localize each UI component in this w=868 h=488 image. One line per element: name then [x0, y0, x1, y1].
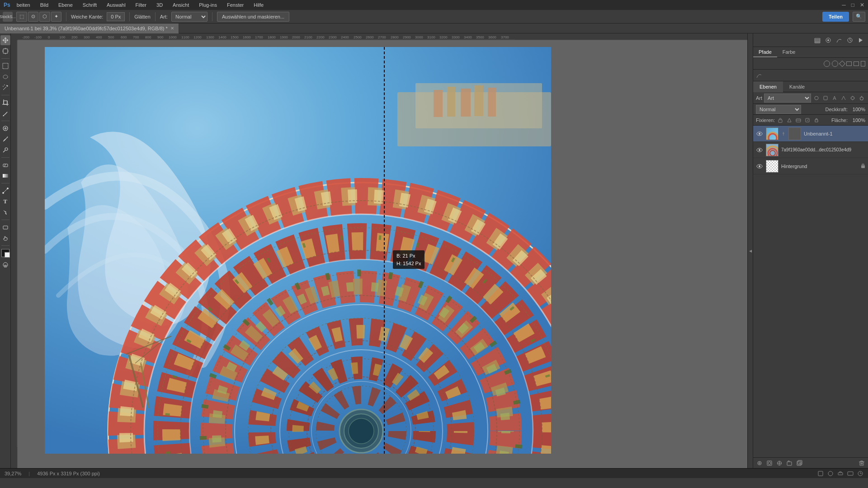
status-icons-right	[817, 470, 863, 477]
shape-tool[interactable]	[0, 222, 10, 232]
ellipse-select-btn[interactable]: ⊙	[28, 12, 38, 22]
filter-toggle3[interactable]: A	[831, 94, 838, 102]
tab-kanaele[interactable]: Kanäle	[783, 81, 811, 92]
search-btn[interactable]: 🔍	[853, 12, 865, 22]
layer3-visibility[interactable]	[756, 163, 763, 170]
layer2-thumbnail	[766, 144, 778, 156]
menu-schrift[interactable]: Schrift	[79, 1, 100, 9]
move-tool[interactable]	[0, 35, 10, 45]
layer-mode-select[interactable]: Normal Multiplizieren Bildschirm Überlag…	[756, 105, 801, 114]
tab-pfade[interactable]: Pfade	[753, 47, 777, 57]
adjustment-btn[interactable]	[775, 459, 784, 467]
canvas-area[interactable]: -200 -100 0 100 200 300 400 500 600 700 …	[11, 33, 747, 468]
spot-heal-tool[interactable]	[0, 123, 10, 133]
canvas-wrapper[interactable]: B: 21 Px H: 1542 Px	[18, 40, 747, 468]
magic-wand-tool[interactable]	[0, 83, 10, 93]
lock-all-icon[interactable]	[813, 117, 820, 124]
background-color[interactable]	[5, 252, 10, 258]
lock-image-icon[interactable]	[795, 117, 802, 124]
filter-toggle1[interactable]	[813, 94, 820, 102]
panel-history-icon[interactable]	[845, 36, 854, 45]
layer2-visibility[interactable]	[756, 146, 763, 154]
foreground-color[interactable]	[1, 249, 9, 257]
window-minimize[interactable]: ─	[842, 2, 846, 8]
lock-artboard-icon[interactable]	[804, 117, 811, 124]
svg-rect-120	[815, 38, 820, 40]
brush-tool[interactable]	[0, 134, 10, 144]
eyedropper-tool[interactable]	[0, 108, 10, 118]
window-maximize[interactable]: □	[851, 2, 854, 8]
menu-3d[interactable]: 3D	[153, 1, 166, 9]
panel-channels-icon[interactable]	[824, 36, 833, 45]
doc-tab[interactable]: Unbenannt-1 bei 39,3% (7a9f1960ae00dd9fc…	[0, 23, 179, 33]
hand-tool[interactable]	[0, 233, 10, 243]
menu-hilfe[interactable]: Hilfe	[250, 1, 267, 9]
tab-farbe[interactable]: Farbe	[777, 47, 801, 57]
auswahl-btn[interactable]: Auswählen und maskieren...	[217, 12, 289, 22]
menu-auswahl[interactable]: Auswahl	[103, 1, 129, 9]
tool-sep7	[1, 245, 9, 246]
magic-wand-btn[interactable]: ✦	[51, 12, 61, 22]
lasso-select-btn[interactable]: ⬡	[39, 12, 50, 22]
tool-sep3	[1, 121, 9, 121]
share-button[interactable]: Teilen	[822, 12, 849, 22]
layer-item-3[interactable]: Hintergrund	[753, 158, 868, 174]
separator4	[212, 12, 212, 21]
svg-text:1600: 1600	[243, 35, 251, 39]
layer2-name: 7a9f1960ae00dd...dec012503e4d9	[781, 147, 865, 152]
menu-arbeiten[interactable]: beiten	[13, 1, 34, 9]
doc-tab-close[interactable]: ✕	[170, 26, 174, 31]
layer-item-2[interactable]: 7a9f1960ae00dd...dec012503e4d9	[753, 142, 868, 158]
gradient-tool[interactable]	[0, 171, 10, 181]
svg-text:-100: -100	[34, 35, 42, 39]
marquee-tool[interactable]	[0, 61, 10, 71]
window-close[interactable]: ✕	[860, 2, 864, 8]
menu-fenster[interactable]: Fenster	[223, 1, 247, 9]
menu-ebene[interactable]: Ebene	[55, 1, 76, 9]
menu-ansicht[interactable]: Ansicht	[169, 1, 193, 9]
layer1-visibility[interactable]	[756, 130, 763, 137]
menu-filter[interactable]: Filter	[132, 1, 150, 9]
eraser-tool[interactable]	[0, 160, 10, 170]
add-style-btn[interactable]	[755, 459, 764, 467]
separator1	[66, 12, 66, 21]
art-select[interactable]: Normal Hinzufügen Subtrahieren Schnittme…	[171, 12, 208, 22]
layer1-link-icon	[781, 131, 786, 136]
crop-tool[interactable]	[0, 98, 10, 108]
filter-power[interactable]	[858, 94, 865, 102]
new-layer-btn[interactable]	[795, 459, 804, 467]
panel-layers-icon[interactable]	[813, 36, 822, 45]
layer-options-row: Fixieren: Fläche: 100%	[753, 115, 868, 126]
weiche-kante-input[interactable]	[107, 12, 125, 21]
tab-ebenen[interactable]: Ebenen	[753, 81, 783, 92]
svg-text:300: 300	[84, 35, 90, 39]
svg-rect-26	[3, 174, 8, 178]
filter-toggle5[interactable]	[849, 94, 856, 102]
menu-bild[interactable]: Bild	[37, 1, 52, 9]
layer-item-1[interactable]: Unbenannt-1	[753, 126, 868, 142]
rect-select-btn[interactable]: ⬚	[16, 12, 27, 22]
group-btn[interactable]	[785, 459, 794, 467]
add-mask-btn[interactable]	[765, 459, 774, 467]
panel-paths-icon[interactable]	[835, 36, 844, 45]
clone-stamp-tool[interactable]	[0, 145, 10, 155]
filter-toggle4[interactable]	[840, 94, 847, 102]
artboard-tool[interactable]	[0, 46, 10, 56]
zoom-level: 39,27%	[5, 471, 21, 476]
lasso-tool[interactable]	[0, 72, 10, 82]
canvas-document[interactable]: B: 21 Px H: 1542 Px	[45, 47, 551, 454]
filter-select[interactable]: Art	[764, 94, 811, 103]
menu-plugins[interactable]: Plug-ins	[195, 1, 221, 9]
filter-toggle2[interactable]	[822, 94, 829, 102]
delete-layer-btn[interactable]	[857, 459, 866, 467]
path-select-tool[interactable]	[0, 207, 10, 217]
right-collapse-btn[interactable]: ◀	[747, 33, 753, 468]
pen-tool[interactable]	[0, 186, 10, 196]
text-tool[interactable]: T	[0, 197, 10, 206]
quick-mask-btn[interactable]	[0, 260, 10, 270]
panel-actions-icon[interactable]	[856, 36, 865, 45]
svg-text:2800: 2800	[391, 35, 399, 39]
lock-pixels-icon[interactable]	[786, 117, 793, 124]
canvas-image[interactable]: B: 21 Px H: 1542 Px	[45, 47, 551, 454]
lock-position-icon[interactable]	[777, 117, 784, 124]
